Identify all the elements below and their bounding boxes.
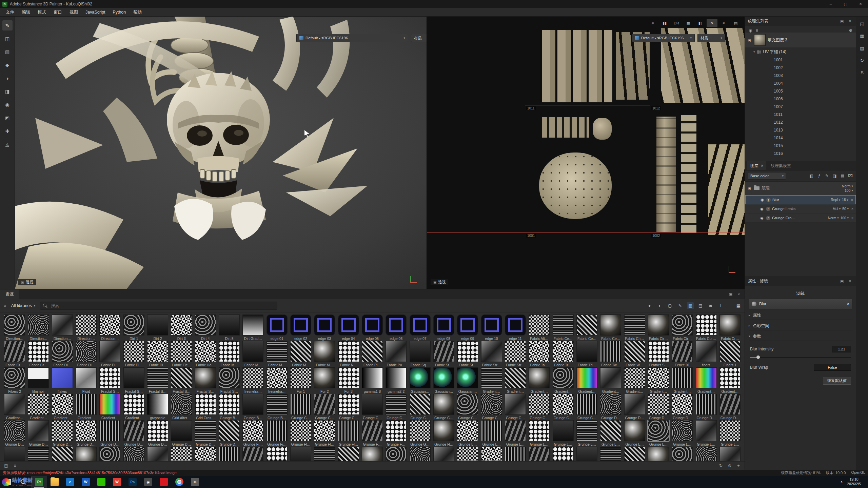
shelf-asset[interactable]: Grunge C… — [480, 394, 502, 420]
shelf-asset[interactable]: Fabric Di… — [123, 341, 145, 367]
properties-shortcut-icon[interactable]: ▤ — [858, 44, 866, 52]
import-resources-icon[interactable]: ⊕ — [727, 463, 732, 468]
shelf-asset[interactable]: Fabric Pu… — [385, 341, 407, 367]
shelf-asset[interactable]: Grunge C… — [528, 394, 550, 420]
asset-thumbnail[interactable] — [195, 367, 216, 388]
taskbar-wechat[interactable] — [94, 476, 109, 488]
shelf-asset[interactable]: Gradient… — [480, 367, 502, 394]
asset-thumbnail[interactable] — [338, 341, 359, 362]
uv-tile-item[interactable]: 1003 — [745, 72, 856, 80]
shelf-asset[interactable]: Fluid — [75, 367, 97, 394]
taskbar-substance-painter[interactable]: Pt — [31, 476, 47, 488]
view-mode-badge[interactable]: ▣ 透视 — [431, 279, 448, 285]
asset-thumbnail[interactable] — [481, 394, 502, 415]
close-button[interactable]: × — [853, 0, 868, 8]
dock-panel-icon[interactable]: ▣ — [728, 292, 734, 297]
viewport-2d[interactable]: 1011 1012 1001 1002 ✳▮▮DR▦◧✎✒▤ Default -… — [427, 16, 745, 289]
asset-thumbnail[interactable] — [481, 420, 502, 441]
asset-thumbnail[interactable] — [576, 420, 597, 441]
shelf-asset[interactable]: Grunge C… — [337, 394, 360, 420]
material-select[interactable]: 材质 — [697, 34, 725, 42]
asset-thumbnail[interactable] — [147, 447, 168, 463]
shelf-asset[interactable]: Grunge C… — [456, 394, 479, 420]
shelf-asset[interactable] — [671, 447, 693, 463]
uv-tile-item[interactable]: 1015 — [745, 142, 856, 150]
asset-thumbnail[interactable] — [481, 341, 502, 362]
asset-thumbnail[interactable] — [195, 420, 216, 441]
shelf-asset[interactable]: Fabric Cor… — [695, 314, 717, 341]
shelf-asset[interactable] — [409, 447, 431, 463]
add-resource-icon[interactable]: + — [736, 463, 741, 468]
shelf-asset[interactable]: Grunge D… — [27, 420, 50, 447]
asset-thumbnail[interactable] — [433, 367, 454, 388]
asset-thumbnail[interactable] — [362, 341, 383, 362]
menu-item[interactable]: 视图 — [66, 8, 82, 16]
shelf-asset[interactable]: Grunge C… — [409, 394, 431, 420]
asset-thumbnail[interactable] — [696, 314, 717, 336]
asset-thumbnail[interactable] — [52, 367, 73, 388]
close-panel-icon[interactable]: × — [736, 292, 742, 296]
asset-thumbnail[interactable] — [719, 367, 741, 388]
asset-thumbnail[interactable] — [99, 394, 120, 415]
asset-thumbnail[interactable] — [267, 394, 288, 415]
shelf-asset[interactable]: gamma2-2 — [385, 367, 407, 394]
dock-panel-icon[interactable]: ▣ — [839, 279, 845, 283]
shelf-asset[interactable] — [146, 447, 169, 463]
shelf-asset[interactable]: Fabric N… — [337, 341, 360, 367]
asset-thumbnail[interactable] — [4, 314, 25, 336]
blur-intensity-value[interactable]: 1.21 — [832, 346, 851, 352]
shelf-asset[interactable]: Gradient… — [695, 367, 717, 394]
asset-thumbnail[interactable] — [338, 447, 359, 463]
add-mask-icon[interactable]: ◧ — [809, 174, 814, 178]
asset-thumbnail[interactable] — [219, 367, 240, 388]
asset-thumbnail[interactable] — [600, 447, 621, 463]
asset-thumbnail[interactable] — [600, 394, 621, 415]
smudge-tool[interactable]: ◑ — [2, 73, 13, 83]
shelf-asset[interactable]: Direction… — [99, 314, 121, 341]
uv-tile-item[interactable]: 1002 — [745, 64, 856, 72]
shelf-asset[interactable]: Fabric Ho… — [194, 341, 217, 367]
shelf-title-tab[interactable]: 资源 — [0, 289, 19, 299]
asset-thumbnail[interactable] — [314, 367, 335, 388]
uv-tile-item[interactable]: 1001 — [745, 56, 856, 64]
texture-set-settings-icon[interactable]: ⚙ — [849, 28, 852, 33]
remove-effect-icon[interactable] — [850, 207, 854, 211]
add-fill-layer-icon[interactable]: ◨ — [832, 174, 837, 178]
shelf-asset[interactable]: Grunge C… — [313, 394, 336, 420]
asset-thumbnail[interactable] — [362, 420, 383, 441]
pen-icon[interactable]: ✒ — [718, 19, 729, 27]
shelf-asset[interactable]: Gradient… — [3, 394, 26, 420]
shelf-asset[interactable]: edge 11 — [504, 314, 527, 341]
shelf-asset[interactable]: Gradient… — [99, 394, 121, 420]
asset-thumbnail[interactable] — [314, 394, 335, 415]
shelf-asset[interactable] — [337, 447, 360, 463]
uv-tile-item[interactable]: 1011 — [745, 111, 856, 119]
display-settings-icon[interactable]: ✳ — [647, 19, 658, 27]
shelf-asset[interactable]: Grunge D… — [146, 420, 169, 447]
shelf-asset[interactable]: edge 05 — [361, 314, 383, 341]
asset-thumbnail[interactable] — [242, 447, 263, 463]
remove-effect-icon[interactable] — [850, 198, 854, 202]
shelf-asset[interactable]: Grunge C… — [433, 394, 455, 420]
asset-thumbnail[interactable] — [195, 341, 216, 362]
shelf-asset[interactable]: Gradient… — [623, 367, 646, 394]
panel-zoom-icon[interactable]: ◱ — [858, 20, 866, 28]
asset-thumbnail[interactable] — [195, 314, 216, 336]
shelf-asset[interactable]: Fabric Di… — [51, 341, 74, 367]
asset-thumbnail[interactable] — [624, 367, 645, 388]
shelf-asset[interactable]: Fabric M… — [313, 341, 336, 367]
asset-thumbnail[interactable] — [386, 314, 407, 336]
asset-thumbnail[interactable] — [433, 314, 454, 336]
asset-thumbnail[interactable] — [338, 367, 359, 388]
shelf-asset[interactable]: Grunge L… — [719, 420, 741, 447]
pause-engine-icon[interactable]: ▮▮ — [659, 19, 670, 27]
asset-thumbnail[interactable] — [219, 420, 240, 441]
asset-thumbnail[interactable] — [672, 394, 693, 415]
asset-thumbnail[interactable] — [267, 314, 288, 336]
projection-tool[interactable]: ▧ — [2, 47, 13, 57]
asset-thumbnail[interactable] — [147, 420, 168, 441]
asset-thumbnail[interactable] — [123, 420, 144, 441]
asset-thumbnail[interactable] — [28, 367, 49, 388]
library-filter-select[interactable]: All libraries — [11, 303, 36, 308]
shelf-asset[interactable]: Fabric Cr… — [27, 341, 50, 367]
